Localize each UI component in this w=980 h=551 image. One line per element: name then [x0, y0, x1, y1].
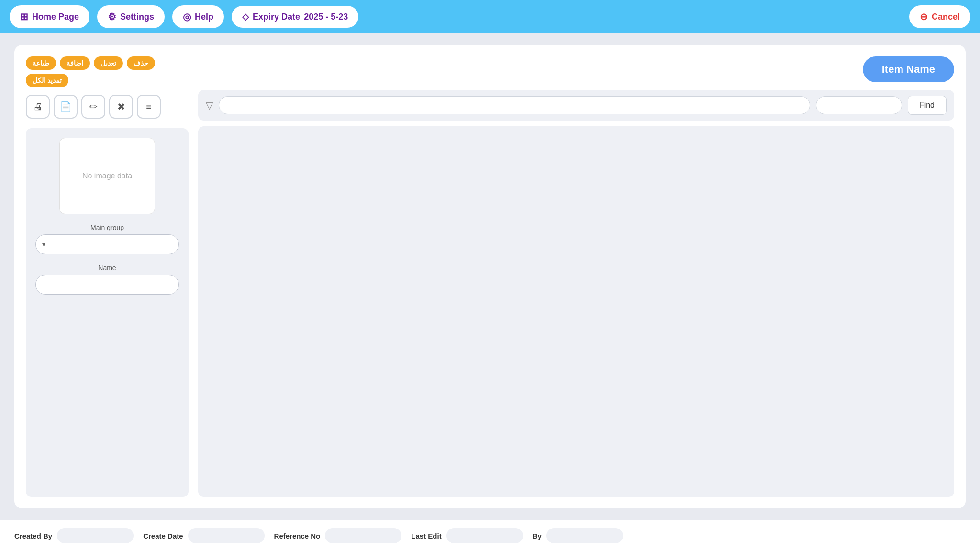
edit-btn[interactable]: تعديل — [94, 56, 123, 70]
delete-icon-btn[interactable]: ✖ — [109, 95, 133, 119]
last-edit-value — [446, 528, 523, 543]
help-icon: ◎ — [183, 11, 191, 22]
no-image-text: No image data — [82, 172, 132, 180]
expiry-date: 2025 - 5-23 — [304, 12, 348, 22]
create-date-value — [188, 528, 265, 543]
main-group-select-wrapper: ▾ — [35, 234, 179, 254]
reference-no-value — [325, 528, 401, 543]
reference-no-label: Reference No — [274, 532, 321, 540]
name-field-group: Name — [35, 264, 179, 295]
search-input-2[interactable] — [816, 96, 902, 114]
toolbar-labels: طباعة اضافة تعديل حذف تمديد الكل — [26, 56, 189, 87]
by-value — [546, 528, 623, 543]
extend-all-btn[interactable]: تمديد الكل — [26, 74, 68, 87]
expiry-icon: ◇ — [242, 11, 249, 22]
right-panel: Item Name ▽ Find — [198, 56, 954, 497]
settings-label: Settings — [120, 12, 154, 22]
home-label: Home Page — [32, 12, 79, 22]
main-group-select[interactable] — [35, 234, 179, 254]
by-field: By — [533, 528, 623, 543]
printer-icon: 🖨 — [33, 101, 43, 112]
cancel-button[interactable]: ⊖ Cancel — [909, 5, 970, 28]
reference-no-field: Reference No — [274, 528, 402, 543]
search-input-1[interactable] — [219, 96, 810, 114]
print-btn[interactable]: طباعة — [26, 56, 56, 70]
list-area — [198, 126, 954, 497]
help-button[interactable]: ◎ Help — [172, 5, 224, 28]
main-group-field: Main group ▾ — [35, 224, 179, 254]
top-row: Item Name — [198, 56, 954, 82]
home-icon: ⊞ — [20, 11, 28, 22]
name-input[interactable] — [35, 275, 179, 295]
settings-icon: ⚙ — [108, 11, 116, 22]
delete-btn[interactable]: حذف — [127, 56, 155, 70]
image-placeholder: No image data — [59, 138, 155, 214]
filter-icon[interactable]: ▽ — [206, 99, 213, 111]
cancel-icon: ⊖ — [920, 11, 928, 22]
created-by-label: Created By — [14, 532, 52, 540]
form-area: No image data Main group ▾ Name — [26, 128, 189, 497]
footer: Created By Create Date Reference No Last… — [0, 520, 980, 551]
item-name-button[interactable]: Item Name — [863, 56, 954, 82]
help-label: Help — [195, 12, 213, 22]
add-file-icon: 📄 — [60, 101, 72, 112]
created-by-field: Created By — [14, 528, 134, 543]
top-nav: ⊞ Home Page ⚙ Settings ◎ Help ◇ Expiry D… — [0, 0, 980, 33]
delete-icon: ✖ — [117, 101, 125, 112]
home-button[interactable]: ⊞ Home Page — [10, 5, 89, 28]
created-by-value — [57, 528, 134, 543]
create-date-label: Create Date — [143, 532, 183, 540]
settings-button[interactable]: ⚙ Settings — [97, 5, 165, 28]
content-card: طباعة اضافة تعديل حذف تمديد الكل 🖨 📄 ✏ ✖ — [14, 45, 966, 508]
name-label: Name — [35, 264, 179, 272]
by-label: By — [533, 532, 542, 540]
last-edit-label: Last Edit — [411, 532, 441, 540]
main-content: طباعة اضافة تعديل حذف تمديد الكل 🖨 📄 ✏ ✖ — [0, 33, 980, 520]
expiry-label: Expiry Date — [253, 12, 300, 22]
expiry-button[interactable]: ◇ Expiry Date 2025 - 5-23 — [232, 6, 358, 28]
search-bar: ▽ Find — [198, 90, 954, 121]
main-group-label: Main group — [35, 224, 179, 231]
right-panel-inner: Item Name ▽ Find — [198, 56, 954, 497]
print-icon-btn[interactable]: 🖨 — [26, 95, 50, 119]
list-icon-btn[interactable]: ≡ — [137, 95, 161, 119]
find-button[interactable]: Find — [908, 96, 947, 115]
left-panel: طباعة اضافة تعديل حذف تمديد الكل 🖨 📄 ✏ ✖ — [26, 56, 189, 497]
create-date-field: Create Date — [143, 528, 264, 543]
last-edit-field: Last Edit — [411, 528, 523, 543]
add-btn[interactable]: اضافة — [60, 56, 90, 70]
add-icon-btn[interactable]: 📄 — [54, 95, 78, 119]
edit-icon-btn[interactable]: ✏ — [81, 95, 105, 119]
cancel-label: Cancel — [932, 12, 960, 22]
edit-icon: ✏ — [89, 101, 98, 112]
list-icon: ≡ — [146, 101, 152, 112]
toolbar-icon-row: 🖨 📄 ✏ ✖ ≡ — [26, 95, 189, 119]
